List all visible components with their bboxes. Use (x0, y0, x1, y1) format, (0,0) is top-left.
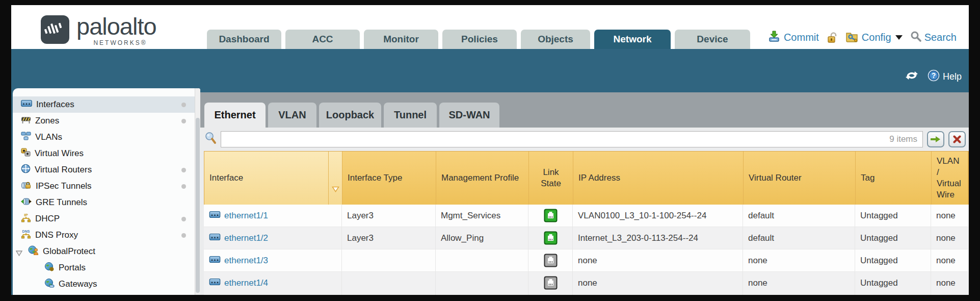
table-header-row: Interface Interface Type Management Prof… (204, 151, 969, 205)
interface-cell: ethernet1/4 (204, 272, 342, 294)
brand-subtitle: NETWORKS® (76, 39, 156, 46)
sidebar-item-gre-tunnels[interactable]: GRE Tunnels (13, 194, 200, 211)
vlans-icon (21, 132, 31, 143)
vlan-virtual-wire-cell: none (931, 249, 969, 271)
link-state-cell (528, 227, 573, 249)
interface-type-cell (342, 249, 436, 271)
sidebar-item-interfaces[interactable]: Interfaces (13, 96, 200, 113)
tab-device[interactable]: Device (675, 30, 750, 49)
management-profile-cell (436, 249, 528, 271)
tab-tunnel[interactable]: Tunnel (384, 103, 437, 128)
interface-type-cell (342, 294, 436, 295)
collapse-triangle-icon[interactable] (16, 248, 22, 259)
tab-loopback[interactable]: Loopback (319, 103, 381, 128)
scrollbar-thumb[interactable] (196, 118, 200, 293)
status-dot (181, 119, 186, 123)
svg-text:DNS: DNS (22, 230, 30, 233)
filter-row (200, 128, 969, 147)
column-header-tag[interactable]: Tag (856, 152, 932, 205)
app-window: paloalto NETWORKS® Dashboard ACC Monitor… (11, 5, 969, 295)
link-state-cell (528, 205, 573, 227)
sidebar-item-globalprotect[interactable]: GlobalProtect (13, 243, 200, 260)
sidebar-item-virtual-wires[interactable]: Virtual Wires (13, 145, 200, 162)
lock-icon[interactable] (827, 32, 838, 44)
column-header-ip-address[interactable]: IP Address (573, 152, 744, 205)
link-state-cell (528, 249, 573, 271)
ip-address-cell: VLAN0100_L3_10-1-100-254--24 (573, 205, 743, 227)
virtual-router-cell: default (743, 227, 855, 249)
tag-cell: Untagged (855, 272, 931, 294)
virtual-router-cell: none (743, 272, 855, 294)
column-sort-dropdown[interactable] (329, 152, 342, 205)
link-state-cell (528, 272, 573, 294)
sidebar-item-dhcp[interactable]: IP DHCP (13, 211, 200, 227)
tab-objects[interactable]: Objects (521, 30, 590, 49)
tab-vlan[interactable]: VLAN (268, 103, 316, 128)
column-header-virtual-router[interactable]: Virtual Router (744, 152, 856, 205)
interface-name-link[interactable]: ethernet1/1 (224, 211, 268, 221)
sidebar-item-gateways[interactable]: Gateways (13, 276, 200, 292)
virtual-routers-icon (21, 164, 31, 176)
tab-ethernet[interactable]: Ethernet (204, 103, 266, 128)
config-menu[interactable]: Config (845, 31, 903, 45)
tag-cell: Untagged (855, 294, 931, 295)
ethernet-port-icon (209, 278, 221, 288)
interface-cell: ethernet1/1 (204, 205, 342, 227)
interface-name-link[interactable]: ethernet1/4 (224, 278, 268, 288)
sidebar-scrollbar[interactable] (195, 88, 200, 295)
search-button[interactable]: Search (910, 31, 957, 44)
tab-network[interactable]: Network (594, 30, 671, 49)
table-row: ethernet1/5 (204, 294, 969, 295)
main-content: Ethernet VLAN Loopback Tunnel SD-WAN (200, 49, 969, 295)
commit-button[interactable]: Commit (768, 30, 819, 45)
interface-type-cell (342, 272, 436, 294)
virtual-router-cell: default (743, 205, 855, 227)
sidebar-item-zones[interactable]: Zones (13, 113, 200, 129)
ethernet-port-icon (209, 211, 221, 221)
tab-acc[interactable]: ACC (285, 30, 360, 49)
column-header-management-profile[interactable]: Management Profile (436, 152, 529, 205)
filter-input[interactable] (221, 131, 923, 147)
ip-address-cell: none (573, 249, 743, 271)
column-header-vlan-virtual-wire[interactable]: VLAN / Virtual Wire (932, 152, 968, 205)
status-dot (181, 217, 186, 221)
clear-filter-button[interactable] (948, 131, 966, 147)
tab-policies[interactable]: Policies (442, 30, 517, 49)
sidebar-item-ipsec-tunnels[interactable]: IPSec Tunnels (13, 178, 200, 194)
link-state-icon (544, 276, 558, 290)
commit-icon (768, 30, 781, 45)
column-header-interface[interactable]: Interface (204, 152, 329, 205)
link-state-cell (528, 294, 573, 295)
top-controls: Commit Config (768, 30, 957, 45)
green-arrow-icon (931, 135, 941, 143)
sidebar-item-portals[interactable]: Portals (13, 260, 200, 276)
vlan-virtual-wire-cell: none (931, 294, 969, 295)
management-profile-cell: Allow_Ping (436, 227, 528, 249)
chevron-down-icon (895, 35, 903, 40)
status-dot (181, 103, 186, 107)
tab-sdwan[interactable]: SD-WAN (439, 103, 499, 128)
sidebar-item-vlans[interactable]: VLANs (13, 129, 200, 145)
filter-search-icon (204, 132, 217, 147)
tab-dashboard[interactable]: Dashboard (207, 30, 281, 49)
sidebar-item-dns-proxy[interactable]: DNS DNS Proxy (13, 227, 200, 243)
gre-tunnels-icon (21, 197, 32, 208)
tab-monitor[interactable]: Monitor (364, 30, 438, 49)
column-header-interface-type[interactable]: Interface Type (342, 152, 436, 205)
sidebar-item-partial[interactable] (13, 292, 200, 295)
sidebar-item-virtual-routers[interactable]: Virtual Routers (13, 162, 200, 178)
interface-name-link[interactable]: ethernet1/2 (224, 233, 268, 243)
apply-filter-button[interactable] (927, 131, 944, 147)
column-header-link-state[interactable]: Link State (529, 152, 573, 205)
tag-cell: Untagged (855, 227, 931, 249)
interface-name-link[interactable]: ethernet1/3 (224, 256, 268, 266)
main-nav-tabs: Dashboard ACC Monitor Policies Objects N… (207, 30, 750, 49)
status-dot (181, 184, 186, 189)
management-profile-cell (436, 294, 528, 295)
globalprotect-icon (28, 245, 39, 258)
link-state-icon (544, 231, 558, 245)
gateways-icon (44, 279, 55, 290)
network-sidebar: Interfaces (13, 88, 200, 295)
table-row: ethernet1/3 (204, 249, 969, 272)
zones-icon (21, 116, 31, 127)
